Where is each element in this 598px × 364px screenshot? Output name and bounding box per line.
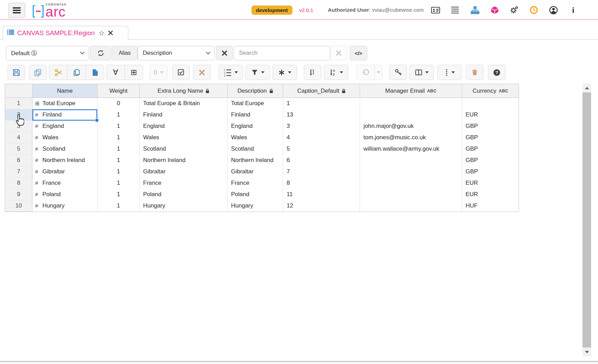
description-cell[interactable]: Poland	[228, 189, 283, 200]
filter-menu-button[interactable]	[246, 65, 270, 80]
weight-cell[interactable]: 1	[98, 155, 140, 166]
tab-close-icon[interactable]	[108, 30, 113, 36]
column-header[interactable]: Description	[228, 84, 283, 98]
description-cell[interactable]: Wales	[228, 132, 283, 143]
alias-select[interactable]: Description	[138, 46, 215, 60]
weight-cell[interactable]: 1	[98, 166, 140, 178]
caption-default-cell[interactable]: 3	[283, 121, 360, 132]
name-cell[interactable]: #Gibraltar	[32, 166, 98, 178]
vertical-scrollbar[interactable]	[582, 83, 591, 356]
column-header[interactable]: Caption_Default	[283, 84, 360, 98]
row-number-cell[interactable]: 8	[5, 178, 32, 189]
row-number-cell[interactable]: 4	[5, 132, 32, 143]
name-cell[interactable]: #France	[32, 178, 98, 189]
caption-default-cell[interactable]: 12	[283, 200, 360, 212]
extra-long-name-cell[interactable]: Total Europe & Britain	[140, 98, 228, 109]
menu-button[interactable]	[8, 3, 25, 18]
extra-long-name-cell[interactable]: Scotland	[140, 143, 228, 155]
manager-email-cell[interactable]	[360, 200, 462, 212]
favorite-star-icon[interactable]: ☆	[99, 29, 105, 37]
caption-default-cell[interactable]: 1	[283, 98, 360, 109]
scrollbar-thumb[interactable]	[582, 92, 591, 347]
currency-cell[interactable]: GBP	[462, 155, 519, 166]
manager-email-cell[interactable]	[360, 109, 462, 121]
column-header[interactable]: Extra Long Name	[140, 84, 228, 98]
caption-default-cell[interactable]: 13	[283, 109, 360, 121]
description-cell[interactable]: Northern Ireland	[228, 155, 283, 166]
security-key-button[interactable]	[389, 65, 407, 80]
scroll-up-button[interactable]	[582, 83, 591, 92]
undo-menu-button[interactable]	[375, 65, 382, 80]
manager-email-cell[interactable]	[360, 189, 462, 200]
weight-cell[interactable]: 1	[98, 178, 140, 189]
gears-icon[interactable]	[510, 6, 519, 14]
clear-alias-button[interactable]	[216, 46, 233, 60]
sort-az-menu-button[interactable]: AZ	[324, 65, 348, 80]
currency-cell[interactable]	[462, 98, 519, 109]
description-cell[interactable]: England	[228, 121, 283, 132]
weight-cell[interactable]: 1	[98, 132, 140, 143]
row-number-cell[interactable]: 3	[5, 121, 32, 132]
copy-grid-button[interactable]	[29, 65, 47, 80]
column-header[interactable]: Name	[32, 84, 98, 98]
manager-email-cell[interactable]	[360, 155, 462, 166]
subset-select[interactable]: Default Ⓢ	[6, 46, 89, 60]
insert-element-button[interactable]: ⊞	[124, 65, 143, 80]
save-button[interactable]	[8, 65, 25, 80]
weight-cell[interactable]: 1	[98, 200, 140, 212]
extra-long-name-cell[interactable]: Gibraltar	[140, 166, 228, 178]
name-cell[interactable]: #England	[32, 121, 98, 132]
column-header[interactable]: Currency ABC	[462, 84, 519, 98]
name-cell[interactable]: #Scotland	[32, 143, 98, 155]
manager-email-cell[interactable]	[360, 178, 462, 189]
select-all-button[interactable]	[172, 65, 190, 80]
manager-email-cell[interactable]	[360, 98, 462, 109]
cut-button[interactable]	[49, 65, 68, 80]
manager-email-cell[interactable]: william.wallace@army.gov.uk	[360, 143, 462, 155]
for-all-button[interactable]: ∀	[106, 65, 125, 80]
weight-cell[interactable]: 1	[98, 189, 140, 200]
row-number-cell[interactable]: 7	[5, 166, 32, 178]
weight-cell[interactable]: 0	[98, 98, 140, 109]
row-number-cell[interactable]: 10	[5, 200, 32, 212]
caption-default-cell[interactable]: 5	[283, 143, 360, 155]
cube-icon[interactable]	[490, 6, 499, 14]
scroll-down-button[interactable]	[582, 347, 591, 356]
currency-cell[interactable]: HUF	[462, 200, 519, 212]
currency-cell[interactable]: GBP	[462, 121, 519, 132]
caption-default-cell[interactable]: 4	[283, 132, 360, 143]
manager-email-cell[interactable]: john.major@gov.uk	[360, 121, 462, 132]
currency-cell[interactable]: EUR	[462, 109, 519, 121]
currency-cell[interactable]: GBP	[462, 166, 519, 178]
attributes-menu-button[interactable]	[272, 65, 297, 80]
extra-long-name-cell[interactable]: Poland	[140, 189, 228, 200]
column-header[interactable]: Manager Email ABC	[360, 84, 462, 98]
extra-long-name-cell[interactable]: Hungary	[140, 200, 228, 212]
extra-long-name-cell[interactable]: England	[140, 121, 228, 132]
user-icon[interactable]	[549, 6, 558, 14]
caption-default-cell[interactable]: 11	[283, 189, 360, 200]
grid-corner-cell[interactable]	[5, 84, 32, 98]
list-icon[interactable]	[451, 6, 460, 14]
tab-canvas-sample-region[interactable]: CANVAS SAMPLE:Region ☆	[3, 26, 128, 40]
row-number-cell[interactable]: 5	[5, 143, 32, 155]
weight-cell[interactable]: 1	[98, 121, 140, 132]
more-options-button[interactable]	[437, 65, 462, 80]
clock-icon[interactable]	[529, 6, 538, 14]
currency-cell[interactable]: EUR	[462, 178, 519, 189]
name-cell[interactable]: #Finland	[32, 109, 98, 121]
clear-search-button[interactable]	[330, 46, 347, 60]
name-cell[interactable]: ⊞Total Europe	[32, 98, 98, 109]
extra-long-name-cell[interactable]: France	[140, 178, 228, 189]
weight-cell[interactable]: 1	[98, 143, 140, 155]
currency-cell[interactable]: GBP	[462, 132, 519, 143]
extra-long-name-cell[interactable]: Northern Ireland	[140, 155, 228, 166]
name-cell[interactable]: #Poland	[32, 189, 98, 200]
undo-button[interactable]	[356, 65, 375, 80]
caption-default-cell[interactable]: 6	[283, 155, 360, 166]
description-cell[interactable]: Total Europe	[228, 98, 283, 109]
column-header[interactable]: Weight	[98, 84, 140, 98]
search-input[interactable]	[234, 46, 330, 60]
extra-long-name-cell[interactable]: Finland	[140, 109, 228, 121]
paste-button[interactable]	[86, 65, 104, 80]
